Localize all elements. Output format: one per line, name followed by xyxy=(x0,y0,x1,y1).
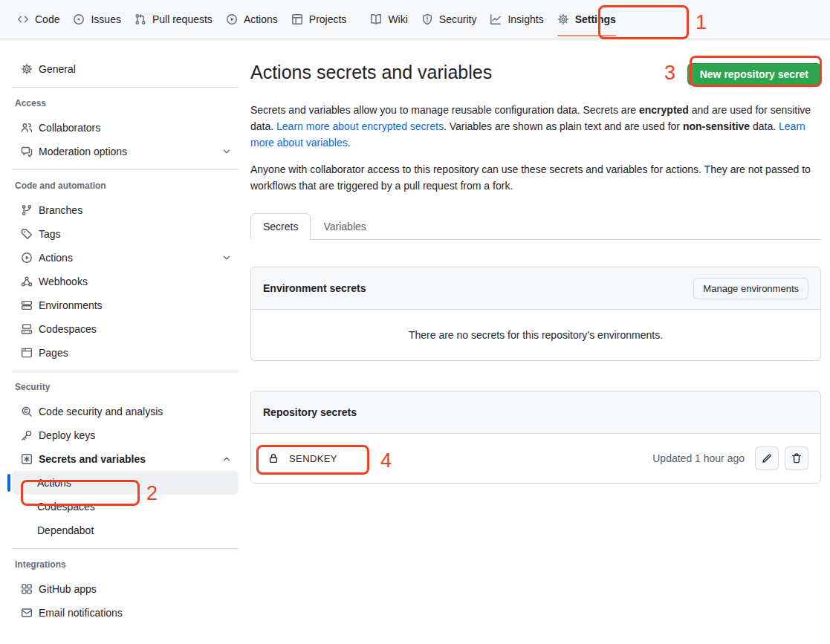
sidebar-section-integrations: Integrations xyxy=(12,559,239,570)
settings-sidebar: General Access Collaborators Moderation … xyxy=(0,39,250,631)
tab-label: Pull requests xyxy=(152,13,213,25)
sidebar-item-label: Email notifications xyxy=(39,607,123,619)
divider xyxy=(12,371,239,371)
environment-secrets-empty-text: There are no secrets for this repository… xyxy=(251,310,820,360)
link-learn-encrypted-secrets[interactable]: Learn more about encrypted secrets xyxy=(276,120,444,132)
sidebar-item-webhooks[interactable]: Webhooks xyxy=(12,270,239,293)
mail-icon xyxy=(21,607,33,619)
gear-icon xyxy=(21,63,33,75)
sidebar-subitem-codespaces[interactable]: Codespaces xyxy=(12,495,239,518)
page-title: Actions secrets and variables xyxy=(250,61,492,84)
new-repository-secret-button[interactable]: New repository secret xyxy=(687,63,821,85)
sidebar-item-label: Codespaces xyxy=(37,501,95,513)
sidebar-subitem-actions[interactable]: Actions xyxy=(12,471,239,495)
asterisk-box-icon xyxy=(21,453,33,465)
table-icon xyxy=(291,13,303,25)
delete-secret-button[interactable] xyxy=(785,446,808,470)
chevron-down-icon xyxy=(221,146,233,157)
sidebar-item-deploy-keys[interactable]: Deploy keys xyxy=(12,423,239,447)
graph-icon xyxy=(490,13,502,25)
intro-bold-encrypted: encrypted xyxy=(639,104,689,116)
tab-label: Settings xyxy=(575,13,616,25)
environment-secrets-title: Environment secrets xyxy=(263,282,366,294)
intro-text: . xyxy=(348,137,351,149)
sidebar-item-branches[interactable]: Branches xyxy=(12,198,239,222)
tab-settings[interactable]: Settings xyxy=(551,0,623,39)
sidebar-item-label: Actions xyxy=(37,477,71,489)
repo-tab-nav: Code Issues Pull requests Actions Projec… xyxy=(0,0,830,39)
chevron-down-icon xyxy=(221,252,233,264)
sidebar-section-access: Access xyxy=(12,98,239,108)
sidebar-section-security: Security xyxy=(12,382,239,392)
sidebar-item-label: Branches xyxy=(39,204,82,216)
tab-pull-requests[interactable]: Pull requests xyxy=(128,0,219,39)
edit-secret-button[interactable] xyxy=(755,446,779,470)
tab-wiki[interactable]: Wiki xyxy=(363,0,414,39)
sidebar-item-moderation-options[interactable]: Moderation options xyxy=(12,140,239,163)
tab-issues[interactable]: Issues xyxy=(66,0,127,39)
tab-label: Security xyxy=(439,13,477,25)
sidebar-item-label: Deploy keys xyxy=(39,429,95,441)
tab-label: Actions xyxy=(244,13,278,25)
sidebar-item-environments[interactable]: Environments xyxy=(12,293,239,317)
repository-secrets-title: Repository secrets xyxy=(263,406,357,418)
intro-paragraph: Secrets and variables allow you to manag… xyxy=(250,102,821,151)
tab-code[interactable]: Code xyxy=(10,0,66,39)
sidebar-item-label: Tags xyxy=(39,228,61,240)
secret-name: SENDKEY xyxy=(263,446,345,470)
environment-secrets-box: Environment secrets Manage environments … xyxy=(250,267,821,361)
sidebar-item-general[interactable]: General xyxy=(12,57,239,81)
sidebar-item-label: Secrets and variables xyxy=(39,453,146,465)
sidebar-item-collaborators[interactable]: Collaborators xyxy=(12,116,239,140)
sidebar-subitem-dependabot[interactable]: Dependabot xyxy=(12,518,239,542)
gear-icon xyxy=(557,13,569,25)
tab-label: Wiki xyxy=(388,13,407,25)
sidebar-item-codespaces[interactable]: Codespaces xyxy=(12,317,239,341)
intro-text: . Variables are shown as plain text and … xyxy=(444,120,683,132)
divider xyxy=(12,169,239,170)
tab-insights[interactable]: Insights xyxy=(483,0,550,39)
sidebar-item-pages[interactable]: Pages xyxy=(12,341,239,365)
sidebar-item-secrets-and-variables[interactable]: Secrets and variables xyxy=(12,447,239,471)
codescan-icon xyxy=(21,406,33,417)
sidebar-item-label: Actions xyxy=(39,252,73,264)
sidebar-item-actions[interactable]: Actions xyxy=(12,246,239,270)
main-content: Actions secrets and variables New reposi… xyxy=(250,39,821,484)
sidebar-item-github-apps[interactable]: GitHub apps xyxy=(12,577,239,601)
people-icon xyxy=(21,122,33,134)
tab-label: Issues xyxy=(91,13,120,25)
book-icon xyxy=(370,13,382,25)
secret-row: SENDKEY Updated 1 hour ago xyxy=(251,434,820,483)
play-circle-icon xyxy=(226,13,238,25)
lock-icon xyxy=(268,452,279,464)
tab-label: Projects xyxy=(309,13,347,25)
tab-variables[interactable]: Variables xyxy=(311,213,378,240)
sidebar-item-tags[interactable]: Tags xyxy=(12,222,239,246)
sidebar-item-label: General xyxy=(39,63,76,75)
secret-name-label: SENDKEY xyxy=(289,453,337,464)
tab-secrets[interactable]: Secrets xyxy=(250,213,311,240)
secrets-variables-tabnav: Secrets Variables xyxy=(250,213,821,240)
comment-discussion-icon xyxy=(21,146,33,157)
chevron-up-icon xyxy=(221,453,233,465)
tab-projects[interactable]: Projects xyxy=(285,0,354,39)
divider xyxy=(12,548,239,549)
github-repo-settings-page: Code Issues Pull requests Actions Projec… xyxy=(0,0,830,644)
sidebar-item-label: Codespaces xyxy=(39,323,97,335)
sidebar-section-code-automation: Code and automation xyxy=(12,180,239,191)
collaborator-access-paragraph: Anyone with collaborator access to this … xyxy=(250,161,821,194)
tab-actions[interactable]: Actions xyxy=(219,0,285,39)
sidebar-item-email-notifications[interactable]: Email notifications xyxy=(12,601,239,625)
intro-bold-non-sensitive: non-sensitive xyxy=(683,120,750,132)
apps-icon xyxy=(21,583,33,595)
manage-environments-button[interactable]: Manage environments xyxy=(693,278,808,299)
sidebar-item-label: Collaborators xyxy=(39,122,100,134)
sidebar-item-label: Moderation options xyxy=(39,146,127,157)
key-icon xyxy=(21,429,33,441)
issue-opened-icon xyxy=(73,13,85,25)
tab-security[interactable]: Security xyxy=(415,0,484,39)
sidebar-item-label: Dependabot xyxy=(37,524,94,536)
sidebar-item-code-security[interactable]: Code security and analysis xyxy=(12,400,239,423)
sidebar-item-label: Code security and analysis xyxy=(39,406,163,417)
intro-text: Secrets and variables allow you to manag… xyxy=(250,104,639,116)
